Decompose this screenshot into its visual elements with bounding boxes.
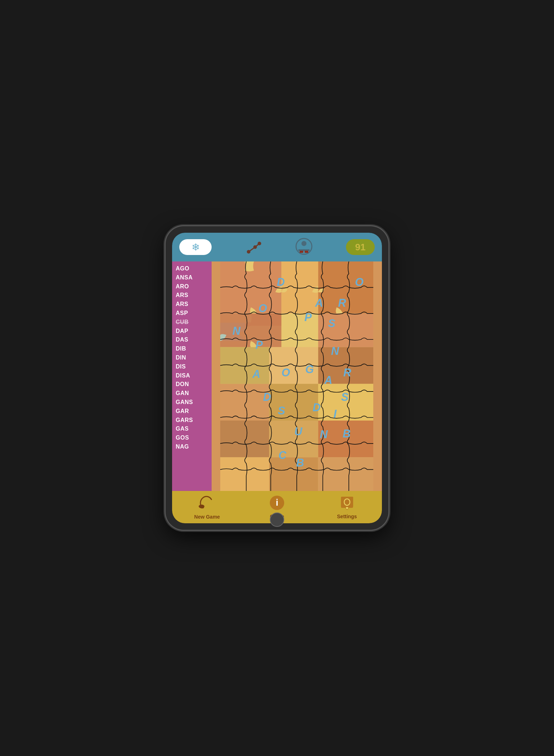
avatar-button[interactable] [295, 237, 313, 257]
puzzle-svg: D O N P A R O P S N A O G A R D S [212, 261, 382, 491]
word-item-gas: GAS [176, 425, 208, 433]
svg-text:A: A [324, 374, 332, 386]
svg-text:O: O [355, 276, 364, 288]
svg-text:N: N [320, 428, 328, 440]
word-item-gans: GANS [176, 398, 208, 407]
svg-text:D: D [263, 391, 271, 403]
word-item-gar: GAR [176, 407, 208, 416]
svg-text:B: B [296, 456, 304, 469]
top-bar: ❄ [172, 233, 382, 261]
svg-text:O: O [281, 366, 290, 379]
avatar-icon [295, 237, 313, 256]
word-item-das: DAS [176, 335, 208, 344]
snowflake-icon: ❄ [191, 241, 200, 253]
svg-text:S: S [328, 317, 336, 329]
svg-text:U: U [294, 425, 303, 437]
puzzle-area[interactable]: D O N P A R O P S N A O G A R D S [212, 261, 382, 491]
svg-text:i: i [276, 497, 278, 508]
svg-text:C: C [278, 449, 287, 461]
svg-text:D: D [277, 276, 285, 288]
settings-button[interactable]: Settings [326, 495, 369, 519]
word-item-asp: ASP [176, 309, 208, 318]
score-value: 91 [355, 242, 366, 253]
guide-icon: i [269, 495, 285, 512]
network-icon [244, 238, 262, 256]
device-frame: ❄ [166, 226, 388, 530]
word-item-ago: AGO [176, 264, 208, 273]
main-content: AGO ANSA ARO ARS ARS ASP CUB DAP DAS DIB… [172, 261, 382, 491]
svg-point-39 [202, 506, 204, 508]
word-item-ansa: ANSA [176, 273, 208, 282]
svg-text:S: S [341, 391, 349, 403]
svg-text:G: G [305, 363, 314, 375]
network-button[interactable] [244, 238, 262, 256]
word-item-aro: ARO [176, 282, 208, 291]
svg-text:O: O [259, 302, 267, 314]
word-list: AGO ANSA ARO ARS ARS ASP CUB DAP DAS DIB… [172, 261, 212, 491]
svg-text:N: N [232, 325, 241, 337]
svg-line-4 [255, 244, 259, 247]
svg-text:B: B [343, 427, 351, 440]
word-item-don: DON [176, 380, 208, 389]
svg-text:I: I [333, 408, 337, 420]
snowflake-button[interactable]: ❄ [179, 239, 212, 255]
svg-point-6 [301, 241, 306, 246]
svg-text:A: A [252, 368, 260, 380]
word-item-gan: GAN [176, 389, 208, 398]
word-item-dib: DIB [176, 344, 208, 353]
svg-rect-9 [305, 251, 308, 253]
home-button[interactable] [270, 512, 284, 527]
svg-text:S: S [278, 404, 285, 417]
word-item-ars2: ARS [176, 300, 208, 309]
settings-label: Settings [337, 514, 357, 519]
word-item-gars: GARS [176, 416, 208, 425]
word-item-ars1: ARS [176, 291, 208, 300]
svg-rect-8 [300, 251, 303, 253]
score-badge: 91 [346, 239, 375, 255]
svg-text:P: P [255, 339, 263, 351]
svg-text:R: R [338, 297, 346, 309]
word-item-din: DIN [176, 353, 208, 362]
word-item-nag: NAG [176, 442, 208, 451]
svg-text:D: D [313, 401, 320, 413]
screen: ❄ [172, 233, 382, 523]
new-game-label: New Game [194, 514, 220, 520]
svg-text:P: P [304, 311, 312, 323]
word-item-disa: DISA [176, 371, 208, 380]
svg-line-3 [249, 247, 255, 252]
svg-text:A: A [315, 297, 323, 309]
word-item-dis: DIS [176, 362, 208, 371]
new-game-button[interactable]: New Game [185, 495, 228, 520]
svg-text:N: N [331, 345, 339, 357]
svg-point-5 [296, 238, 312, 254]
word-item-dap: DAP [176, 327, 208, 336]
word-item-gos: GOS [176, 433, 208, 442]
settings-icon [339, 495, 355, 512]
svg-text:R: R [343, 366, 351, 379]
word-item-cub: CUB [176, 318, 208, 327]
new-game-icon [198, 495, 216, 512]
